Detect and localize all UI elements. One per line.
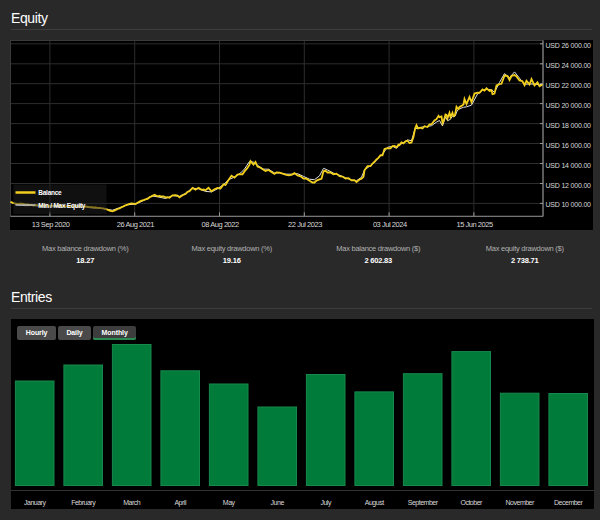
svg-text:April: April xyxy=(174,499,186,507)
svg-text:USD 16 000.00: USD 16 000.00 xyxy=(546,142,592,149)
svg-text:USD 20 000.00: USD 20 000.00 xyxy=(546,102,592,109)
svg-text:December: December xyxy=(554,499,583,506)
svg-text:22 Jul 2023: 22 Jul 2023 xyxy=(288,220,322,229)
svg-text:June: June xyxy=(271,499,285,506)
svg-text:03 Jul 2024: 03 Jul 2024 xyxy=(373,220,407,229)
svg-text:USD 26 000.00: USD 26 000.00 xyxy=(546,42,592,49)
svg-text:November: November xyxy=(506,499,535,506)
svg-text:USD 24 000.00: USD 24 000.00 xyxy=(546,62,592,69)
svg-text:October: October xyxy=(460,499,483,506)
svg-text:January: January xyxy=(24,499,46,507)
svg-text:September: September xyxy=(408,499,439,507)
svg-text:USD 18 000.00: USD 18 000.00 xyxy=(546,122,592,129)
svg-text:March: March xyxy=(123,499,141,506)
svg-text:USD 10 000.00: USD 10 000.00 xyxy=(546,201,592,208)
svg-text:15 Jun 2025: 15 Jun 2025 xyxy=(456,220,493,229)
svg-text:26 Aug 2021: 26 Aug 2021 xyxy=(117,220,154,229)
svg-text:USD 22 000.00: USD 22 000.00 xyxy=(546,82,592,89)
svg-text:13 Sep 2020: 13 Sep 2020 xyxy=(32,220,70,229)
svg-text:Balance: Balance xyxy=(38,189,62,196)
svg-text:August: August xyxy=(365,499,384,507)
svg-text:USD 14 000.00: USD 14 000.00 xyxy=(546,162,592,169)
svg-text:Min / Max Equity: Min / Max Equity xyxy=(38,202,86,210)
svg-text:08 Aug 2022: 08 Aug 2022 xyxy=(202,220,239,229)
svg-text:February: February xyxy=(71,499,96,507)
svg-text:May: May xyxy=(223,499,236,507)
svg-text:July: July xyxy=(320,499,331,507)
svg-text:USD 12 000.00: USD 12 000.00 xyxy=(546,182,592,189)
